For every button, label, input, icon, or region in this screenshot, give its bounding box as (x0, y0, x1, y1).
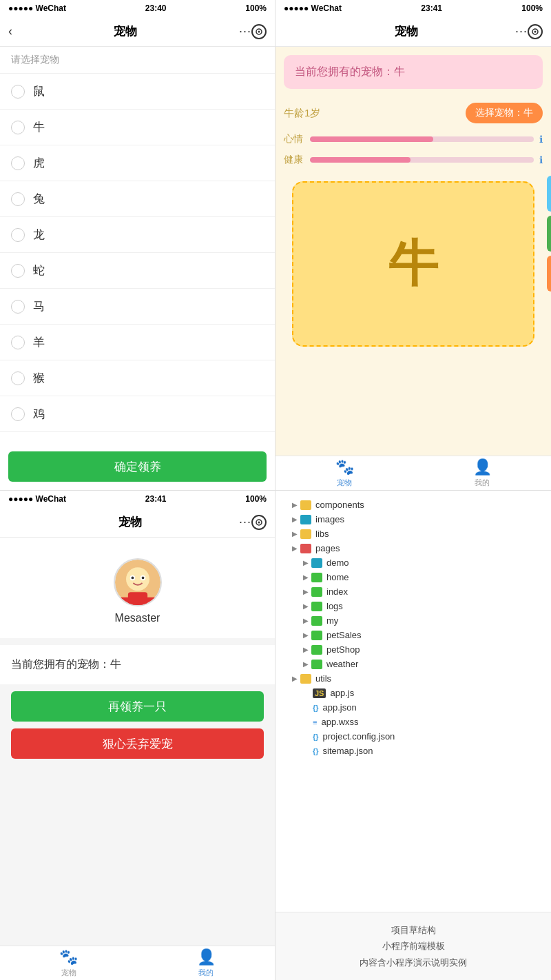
list-item[interactable]: {}app.json (287, 700, 540, 715)
list-item[interactable]: 鸡 (0, 396, 275, 432)
list-item[interactable]: ▶images (287, 512, 540, 527)
signal-bl: ●●●●● WeChat (8, 494, 66, 504)
pet-tab-label: 宠物 (337, 478, 352, 488)
pet-info-card: 当前您拥有的宠物：牛 (0, 645, 275, 684)
pet-name: 羊 (33, 334, 45, 350)
list-item[interactable]: ▶home (287, 570, 540, 584)
username-text: Mesaster (115, 612, 160, 624)
nav-tab-pet-bl[interactable]: 🐾 宠物 (0, 946, 138, 980)
list-item[interactable]: 羊 (0, 325, 275, 360)
nav-tab-pet-right[interactable]: 🐾 宠物 (276, 456, 413, 490)
expand-arrow: ▶ (303, 588, 309, 595)
footer-line3: 内容含小程序演示说明实例 (276, 955, 551, 970)
nav-title-top-left: 宠物 (12, 23, 239, 39)
pet-name: 鼠 (33, 83, 45, 99)
list-item[interactable]: 兔 (0, 181, 275, 217)
list-item[interactable]: 蛇 (0, 253, 275, 289)
list-item[interactable]: ▶utils (287, 671, 540, 686)
list-item[interactable]: 猴 (0, 360, 275, 396)
re-adopt-button[interactable]: 再领养一只 (11, 691, 264, 722)
list-item[interactable]: ▶libs (287, 527, 540, 541)
bottom-nav-top-right: 🐾 宠物 👤 我的 (276, 456, 551, 490)
list-item[interactable]: ▶components (287, 498, 540, 512)
file-name: home (326, 572, 349, 582)
list-item[interactable]: ▶logs (287, 599, 540, 613)
list-item[interactable]: ▶my (287, 613, 540, 628)
list-item[interactable]: 牛 (0, 110, 275, 145)
svg-point-1 (258, 30, 260, 32)
pet-name: 龙 (33, 227, 45, 243)
signal-text: ●●●●● WeChat (8, 3, 66, 13)
mood-info-icon[interactable]: ℹ (539, 134, 543, 145)
confirm-adopt-button[interactable]: 确定领养 (8, 451, 267, 482)
placeholder-hint: 请选择宠物 (0, 47, 275, 74)
svg-point-3 (534, 30, 537, 32)
list-item[interactable]: ▶weather (287, 657, 540, 671)
json-file-icon: {} (313, 704, 319, 712)
feed-button[interactable]: 投食 (547, 216, 551, 252)
expand-arrow: ▶ (292, 544, 298, 552)
list-item[interactable]: ≡app.wxss (287, 715, 540, 729)
status-bar-bottom-left: ●●●●● WeChat 23:41 100% (0, 491, 275, 507)
more-icon-bl[interactable]: ··· (239, 515, 251, 529)
expand-arrow: ▶ (303, 631, 309, 639)
folder-icon (311, 645, 322, 655)
expand-arrow: ▶ (292, 675, 298, 682)
file-name: demo (326, 558, 349, 568)
folder-icon (300, 544, 311, 553)
folder-icon (311, 631, 322, 640)
select-pet-button[interactable]: 选择宠物：牛 (466, 103, 543, 123)
list-item[interactable]: ▶demo (287, 555, 540, 570)
radio-circle (11, 228, 25, 242)
nav-tab-my-bl[interactable]: 👤 我的 (138, 946, 276, 980)
list-item[interactable]: ▶petSales (287, 628, 540, 642)
pet-arena: 牛 (292, 181, 534, 347)
scan-icon[interactable] (251, 24, 267, 39)
list-item[interactable]: JSapp.js (287, 686, 540, 700)
list-item[interactable]: 鼠 (0, 74, 275, 110)
abandon-button[interactable]: 狠心丢弃爱宠 (11, 728, 264, 759)
health-bar-fill (310, 157, 410, 163)
pet-selection-panel: ●●●●● WeChat 23:40 100% ‹ 宠物 ··· 请选择宠物 鼠… (0, 0, 276, 490)
list-item[interactable]: 龙 (0, 217, 275, 253)
folder-icon (300, 529, 311, 539)
battery-bl: 100% (245, 494, 267, 504)
health-info-icon[interactable]: ℹ (539, 154, 543, 165)
nav-tab-my-right[interactable]: 👤 我的 (413, 456, 551, 490)
pet-name: 马 (33, 298, 45, 314)
folder-icon (311, 558, 322, 568)
file-tree-panel: ▶components▶images▶libs▶pages▶demo▶home▶… (276, 490, 551, 980)
expand-arrow: ▶ (303, 660, 309, 668)
file-name: app.json (323, 702, 357, 713)
battery-text: 100% (245, 3, 267, 13)
list-item[interactable]: {}sitemap.json (287, 744, 540, 758)
scan-icon-right[interactable] (528, 24, 543, 39)
pet-name: 鸡 (33, 406, 45, 422)
scan-icon-bl[interactable] (251, 515, 267, 530)
radio-circle (11, 121, 25, 134)
play-button[interactable]: 玩耍 (547, 256, 551, 292)
time-text-right: 23:41 (421, 3, 442, 13)
list-item[interactable]: ▶pages (287, 541, 540, 555)
mood-stat-row: 心情 ℹ (276, 129, 551, 150)
list-item[interactable]: 狗 (0, 432, 275, 443)
svg-point-7 (126, 567, 149, 591)
expand-arrow: ▶ (292, 530, 298, 538)
more-icon-right[interactable]: ··· (515, 24, 528, 39)
radio-circle (11, 336, 25, 349)
water-button[interactable]: 喝水 (547, 176, 551, 212)
signal-text-right: ●●●●● WeChat (284, 3, 342, 13)
pet-name: 虎 (33, 155, 45, 171)
list-item[interactable]: 虎 (0, 145, 275, 181)
list-item[interactable]: {}project.config.json (287, 729, 540, 744)
list-item[interactable]: 马 (0, 289, 275, 325)
pet-name: 狗 (33, 442, 45, 443)
file-name: project.config.json (323, 731, 395, 742)
bottom-nav-bottom-left: 🐾 宠物 👤 我的 (0, 946, 275, 980)
file-name: petShop (326, 644, 360, 655)
folder-icon (300, 515, 311, 524)
list-item[interactable]: ▶index (287, 584, 540, 599)
more-icon[interactable]: ··· (239, 24, 251, 39)
pet-list: 鼠牛虎兔龙蛇马羊猴鸡狗猪 (0, 74, 275, 443)
list-item[interactable]: ▶petShop (287, 642, 540, 657)
